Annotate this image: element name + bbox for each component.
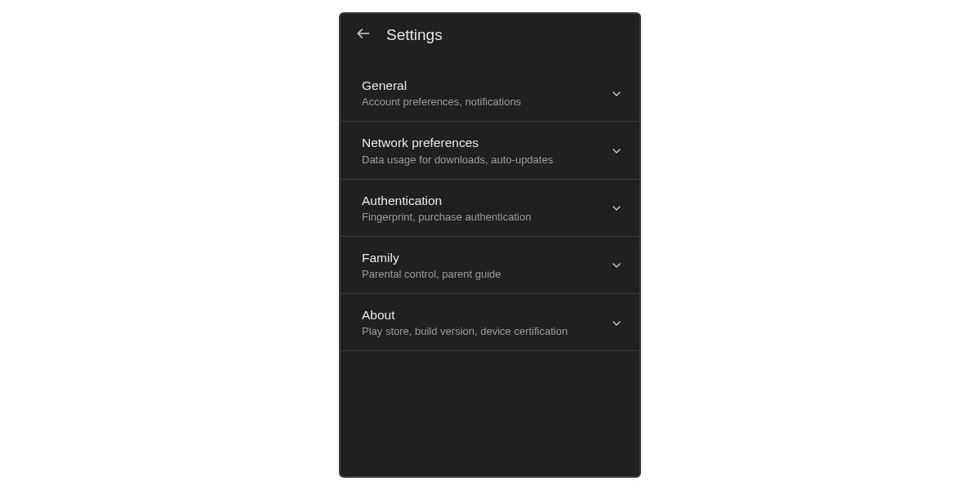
settings-list: General Account preferences, notificatio… xyxy=(341,55,639,476)
settings-item-title: Network preferences xyxy=(362,135,600,150)
settings-item-general[interactable]: General Account preferences, notificatio… xyxy=(341,65,639,122)
arrow-left-icon xyxy=(355,25,372,45)
chevron-down-icon xyxy=(608,315,625,332)
settings-item-subtitle: Play store, build version, device certif… xyxy=(362,325,600,339)
settings-item-about[interactable]: About Play store, build version, device … xyxy=(341,294,639,351)
settings-item-subtitle: Account preferences, notifications xyxy=(362,96,600,109)
settings-item-text: Authentication Fingerprint, purchase aut… xyxy=(362,193,600,225)
settings-item-network[interactable]: Network preferences Data usage for downl… xyxy=(341,122,639,179)
settings-item-text: General Account preferences, notificatio… xyxy=(362,78,600,109)
page-title: Settings xyxy=(386,26,443,44)
settings-screen: Settings General Account preferences, no… xyxy=(339,12,641,478)
settings-item-text: Network preferences Data usage for downl… xyxy=(362,135,600,167)
chevron-down-icon xyxy=(608,143,625,159)
settings-item-title: About xyxy=(362,307,600,323)
settings-item-subtitle: Fingerprint, purchase authentication xyxy=(362,211,600,225)
app-bar: Settings xyxy=(341,14,639,55)
settings-item-family[interactable]: Family Parental control, parent guide xyxy=(341,237,639,294)
settings-item-authentication[interactable]: Authentication Fingerprint, purchase aut… xyxy=(341,180,639,237)
settings-item-title: Authentication xyxy=(362,193,600,208)
settings-item-title: General xyxy=(362,78,600,93)
chevron-down-icon xyxy=(608,257,625,274)
settings-item-title: Family xyxy=(362,250,600,265)
settings-item-text: About Play store, build version, device … xyxy=(362,307,600,339)
settings-item-subtitle: Parental control, parent guide xyxy=(362,268,600,282)
chevron-down-icon xyxy=(608,86,625,102)
chevron-down-icon xyxy=(608,200,625,216)
settings-item-subtitle: Data usage for downloads, auto-updates xyxy=(362,154,600,167)
settings-item-text: Family Parental control, parent guide xyxy=(362,250,600,282)
back-button[interactable] xyxy=(352,24,375,47)
